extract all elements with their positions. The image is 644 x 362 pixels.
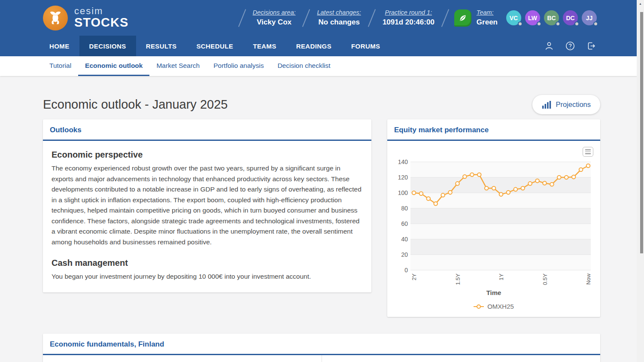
svg-text:0: 0 (404, 267, 408, 274)
header-info-item[interactable]: Latest changes:No changes (307, 9, 371, 27)
chart-x-axis-title: Time (394, 289, 593, 296)
svg-text:40: 40 (401, 236, 408, 243)
avatar-initials: BC (547, 15, 556, 21)
avatar-initials: JJ (586, 15, 593, 21)
subnav-item-market-search[interactable]: Market Search (149, 56, 207, 76)
team-text: Team: Green (477, 9, 498, 27)
header-info-value: No changes (317, 18, 361, 27)
equity-card: Equity market performance 02040608010012… (387, 119, 600, 317)
cards-row: Outlooks Economic perspectiveThe economy… (43, 119, 600, 317)
header-info-value: Vicky Cox (253, 18, 296, 27)
avatar-jj[interactable]: JJ (582, 10, 597, 25)
svg-text:80: 80 (401, 205, 408, 212)
sub-nav: TutorialEconomic outlookMarket SearchPor… (0, 56, 644, 76)
outlook-section-body: You began your investment journey by dep… (52, 271, 363, 282)
header-info-label: Decisions area: (253, 9, 296, 16)
svg-text:60: 60 (401, 220, 408, 227)
profile-icon[interactable] (544, 40, 555, 52)
outlook-section-heading: Economic perspective (52, 150, 363, 160)
svg-text:20: 20 (401, 251, 408, 258)
header-info-item[interactable]: Practice round 1:1091d 20:46:00 (372, 9, 445, 27)
avatar-lw[interactable]: LW (525, 10, 540, 25)
team-value: Green (477, 18, 498, 27)
equity-chart: 0204060801001201402Y1.5Y1Y0.5YNowTime OM… (387, 141, 600, 317)
main-nav-items: HOMEDECISIONSRESULTSSCHEDULETEAMSREADING… (39, 36, 390, 56)
fundamentals-columns (43, 355, 600, 362)
subnav-item-tutorial[interactable]: Tutorial (43, 56, 78, 76)
avatar-initials: VC (510, 15, 518, 21)
scrollbar-thumb[interactable] (640, 12, 643, 253)
svg-text:1.5Y: 1.5Y (455, 274, 461, 285)
equity-card-title: Equity market performance (387, 119, 600, 141)
header-right: Decisions area:Vicky CoxLatest changes:N… (242, 9, 597, 27)
logout-icon[interactable] (586, 40, 597, 52)
bull-icon (43, 6, 68, 30)
header-info-strip: Decisions area:Vicky CoxLatest changes:N… (242, 9, 446, 27)
brand-text: cesim STOCKS (74, 6, 128, 29)
avatar-status-dot (556, 21, 560, 26)
svg-text:0.5Y: 0.5Y (542, 274, 548, 285)
nav-item-home[interactable]: HOME (39, 36, 79, 56)
fundamentals-card-title: Economic fundamentals, Finland (43, 334, 600, 355)
svg-text:140: 140 (398, 158, 408, 165)
page-title: Economic outlook - January 2025 (43, 97, 228, 112)
nav-item-schedule[interactable]: SCHEDULE (186, 36, 243, 56)
avatar-dc[interactable]: DC (563, 10, 578, 25)
help-icon[interactable] (565, 40, 576, 52)
main-nav: HOMEDECISIONSRESULTSSCHEDULETEAMSREADING… (0, 36, 644, 56)
team-block[interactable]: Team: Green (454, 9, 498, 27)
subnav-item-decision-checklist[interactable]: Decision checklist (270, 56, 337, 76)
outlooks-body: Economic perspectiveThe economy experien… (43, 141, 371, 292)
avatar-bc[interactable]: BC (544, 10, 559, 25)
header-info-value: 1091d 20:46:00 (383, 18, 434, 27)
hamburger-menu-icon[interactable] (583, 147, 593, 157)
svg-text:100: 100 (398, 189, 408, 196)
sub-nav-items: TutorialEconomic outlookMarket SearchPor… (43, 56, 337, 76)
svg-text:120: 120 (398, 174, 408, 181)
subnav-item-portfolio-analysis[interactable]: Portfolio analysis (207, 56, 270, 76)
avatar-status-dot (537, 21, 541, 26)
nav-item-teams[interactable]: TEAMS (243, 36, 286, 56)
outlook-section-cash-management: Cash managementYou began your investment… (52, 258, 363, 282)
legend-marker-icon (474, 304, 484, 309)
projections-button-label: Projections (556, 100, 591, 109)
brand-logo[interactable]: cesim STOCKS (43, 6, 128, 30)
nav-item-results[interactable]: RESULTS (136, 36, 187, 56)
avatar-initials: LW (528, 15, 537, 21)
fundamentals-column-right (322, 355, 601, 362)
nav-item-forums[interactable]: FORUMS (341, 36, 390, 56)
projections-button[interactable]: Projections (532, 95, 600, 114)
avatar-status-dot (593, 21, 598, 26)
app-header: cesim STOCKS Decisions area:Vicky CoxLat… (0, 0, 644, 36)
scrollbar[interactable]: ▲ (637, 0, 644, 362)
page-content: Economic outlook - January 2025 Projecti… (0, 95, 644, 362)
subnav-item-economic-outlook[interactable]: Economic outlook (78, 56, 149, 76)
avatar-list: VCLWBCDCJJ (506, 10, 597, 25)
nav-item-decisions[interactable]: DECISIONS (79, 36, 136, 56)
team-label: Team: (477, 9, 498, 16)
fundamentals-column-left (43, 355, 322, 362)
avatar-initials: DC (566, 15, 574, 21)
nav-item-readings[interactable]: READINGS (286, 36, 341, 56)
outlooks-card: Outlooks Economic perspectiveThe economy… (43, 119, 371, 292)
header-info-label: Practice round 1: (383, 9, 434, 16)
brand-name-bottom: STOCKS (74, 16, 128, 29)
svg-text:1Y: 1Y (498, 274, 504, 280)
scrollbar-up-arrow[interactable]: ▲ (637, 0, 644, 7)
nav-icons (544, 36, 597, 56)
fundamentals-card: Economic fundamentals, Finland (43, 334, 600, 362)
avatar-vc[interactable]: VC (506, 10, 521, 25)
svg-text:Now: Now (585, 273, 592, 285)
chart-legend-item[interactable]: OMXH25 (394, 303, 593, 311)
outlooks-card-title: Outlooks (43, 119, 371, 141)
brand-name-top: cesim (74, 6, 128, 16)
header-info-item[interactable]: Decisions area:Vicky Cox (243, 9, 306, 27)
outlook-section-heading: Cash management (52, 258, 363, 268)
equity-chart-canvas: 0204060801001201402Y1.5Y1Y0.5YNow (394, 157, 593, 287)
avatar-status-dot (574, 21, 579, 26)
svg-text:2Y: 2Y (411, 274, 417, 280)
outlook-section-economic-perspective: Economic perspectiveThe economy experien… (52, 150, 363, 247)
leaf-icon (454, 9, 471, 27)
legend-series-name: OMXH25 (487, 303, 514, 310)
bar-chart-icon (542, 100, 551, 109)
